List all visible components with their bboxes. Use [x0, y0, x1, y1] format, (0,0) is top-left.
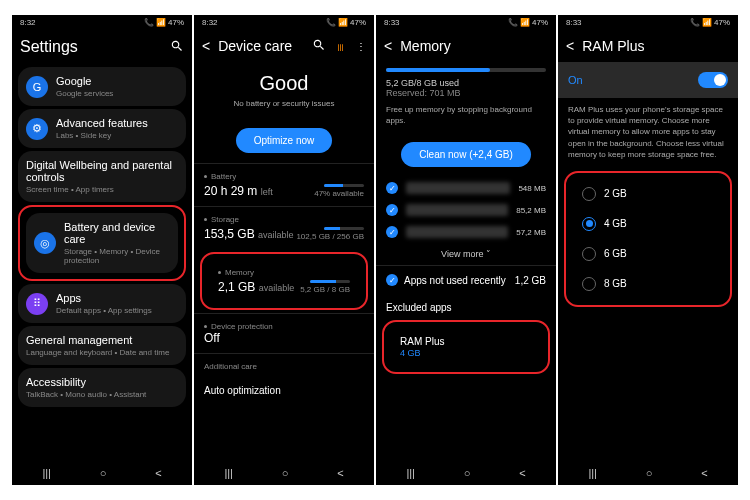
- nav-bar: ||| ○ <: [376, 461, 556, 485]
- radio-option-6gb[interactable]: 6 GB: [572, 239, 724, 269]
- device-care-icon: ◎: [34, 232, 56, 254]
- clock: 8:33: [566, 18, 582, 27]
- status-bar: 8:33 📞 📶 47%: [558, 15, 738, 30]
- item-sub: Default apps • App settings: [56, 306, 152, 315]
- memory-metric[interactable]: Memory 2,1 GB available 5,2 GB / 8 GB: [208, 260, 360, 302]
- status-bar: 8:33 📞 📶 47%: [376, 15, 556, 30]
- back-button[interactable]: <: [701, 467, 707, 479]
- back-icon[interactable]: <: [202, 38, 210, 54]
- checkbox-icon[interactable]: ✓: [386, 226, 398, 238]
- app-row[interactable]: ✓ 548 MB: [376, 177, 556, 199]
- radio-option-2gb[interactable]: 2 GB: [572, 179, 724, 209]
- search-icon[interactable]: [312, 38, 326, 54]
- item-title: Google: [56, 75, 113, 87]
- description: Free up memory by stopping background ap…: [376, 98, 556, 132]
- device-care-panel: 8:32 📞 📶 47% < Device care ⫼ ⋮ Good No b…: [194, 15, 374, 485]
- chart-icon[interactable]: ⫼: [336, 41, 346, 52]
- checkbox-icon[interactable]: ✓: [386, 274, 398, 286]
- auto-optimization[interactable]: Auto optimization: [194, 379, 374, 402]
- option-label: 4 GB: [604, 218, 627, 229]
- recents-button[interactable]: |||: [42, 467, 51, 479]
- page-title: Settings: [20, 38, 162, 56]
- recents-button[interactable]: |||: [588, 467, 597, 479]
- radio-icon[interactable]: [582, 247, 596, 261]
- more-icon[interactable]: ⋮: [356, 41, 366, 52]
- search-icon[interactable]: [170, 39, 184, 55]
- apps-not-used[interactable]: ✓Apps not used recently 1,2 GB: [376, 265, 556, 294]
- page-title: Memory: [400, 38, 548, 54]
- item-title: Apps: [56, 292, 152, 304]
- description: RAM Plus uses your phone's storage space…: [558, 104, 738, 168]
- radio-icon[interactable]: [582, 277, 596, 291]
- home-button[interactable]: ○: [282, 467, 289, 479]
- memory-panel: 8:33 📞 📶 47% < Memory 5,2 GB/8 GB used R…: [376, 15, 556, 485]
- app-row[interactable]: ✓ 57,2 MB: [376, 221, 556, 243]
- toggle-row[interactable]: On: [558, 62, 738, 98]
- metric-label: Battery: [211, 172, 236, 181]
- label: RAM Plus: [400, 336, 532, 347]
- highlight-box: Memory 2,1 GB available 5,2 GB / 8 GB: [200, 252, 368, 310]
- clock: 8:33: [384, 18, 400, 27]
- settings-item-advanced[interactable]: ⚙ Advanced features Labs • Side key: [18, 109, 186, 148]
- app-name-blurred: [406, 182, 510, 194]
- toggle-label: On: [568, 74, 583, 86]
- clean-button[interactable]: Clean now (+2,4 GB): [401, 142, 531, 167]
- page-title: Device care: [218, 38, 304, 54]
- usage-text: 5,2 GB/8 GB used: [376, 78, 556, 88]
- ram-plus-item[interactable]: RAM Plus 4 GB: [390, 328, 542, 366]
- settings-item-accessibility[interactable]: Accessibility TalkBack • Mono audio • As…: [18, 368, 186, 407]
- advanced-icon: ⚙: [26, 118, 48, 140]
- checkbox-icon[interactable]: ✓: [386, 182, 398, 194]
- back-button[interactable]: <: [519, 467, 525, 479]
- settings-item-apps[interactable]: ⠿ Apps Default apps • App settings: [18, 284, 186, 323]
- nav-bar: ||| ○ <: [558, 461, 738, 485]
- status-title: Good: [194, 72, 374, 95]
- radio-option-8gb[interactable]: 8 GB: [572, 269, 724, 299]
- metric-label: Storage: [211, 215, 239, 224]
- status-icons: 📞 📶 47%: [690, 18, 730, 27]
- recents-button[interactable]: |||: [224, 467, 233, 479]
- settings-item-battery-care[interactable]: ◎ Battery and device care Storage • Memo…: [26, 213, 178, 273]
- item-sub: Language and keyboard • Date and time: [26, 348, 178, 357]
- highlight-box: 2 GB 4 GB 6 GB 8 GB: [564, 171, 732, 307]
- settings-item-general[interactable]: General management Language and keyboard…: [18, 326, 186, 365]
- back-button[interactable]: <: [155, 467, 161, 479]
- item-sub: Labs • Side key: [56, 131, 148, 140]
- settings-item-wellbeing[interactable]: Digital Wellbeing and parental controls …: [18, 151, 186, 202]
- optimize-button[interactable]: Optimize now: [236, 128, 333, 153]
- metric-value: Off: [204, 331, 364, 345]
- page-title: RAM Plus: [582, 38, 730, 54]
- checkbox-icon[interactable]: ✓: [386, 204, 398, 216]
- back-button[interactable]: <: [337, 467, 343, 479]
- status-bar: 8:32 📞 📶 47%: [194, 15, 374, 30]
- app-size: 57,2 MB: [516, 228, 546, 237]
- protection-metric[interactable]: Device protection Off: [194, 313, 374, 353]
- back-icon[interactable]: <: [384, 38, 392, 54]
- home-button[interactable]: ○: [100, 467, 107, 479]
- settings-item-google[interactable]: G Google Google services: [18, 67, 186, 106]
- recents-button[interactable]: |||: [406, 467, 415, 479]
- section-label: Additional care: [204, 362, 364, 371]
- home-button[interactable]: ○: [464, 467, 471, 479]
- value: 4 GB: [400, 348, 532, 358]
- clock: 8:32: [20, 18, 36, 27]
- radio-icon[interactable]: [582, 187, 596, 201]
- additional-care: Additional care: [194, 353, 374, 379]
- option-label: 8 GB: [604, 278, 627, 289]
- view-more[interactable]: View more ˅: [376, 243, 556, 265]
- value: 1,2 GB: [515, 275, 546, 286]
- battery-metric[interactable]: Battery 20 h 29 m left 47% available: [194, 163, 374, 206]
- back-icon[interactable]: <: [566, 38, 574, 54]
- memory-bar: [386, 68, 546, 72]
- item-title: General management: [26, 334, 178, 346]
- home-button[interactable]: ○: [646, 467, 653, 479]
- radio-icon[interactable]: [582, 217, 596, 231]
- item-sub: Screen time • App timers: [26, 185, 178, 194]
- storage-metric[interactable]: Storage 153,5 GB available 102,5 GB / 25…: [194, 206, 374, 249]
- radio-option-4gb[interactable]: 4 GB: [572, 209, 724, 239]
- toggle-switch[interactable]: [698, 72, 728, 88]
- app-row[interactable]: ✓ 85,2 MB: [376, 199, 556, 221]
- status-icons: 📞 📶 47%: [326, 18, 366, 27]
- status-icons: 📞 📶 47%: [144, 18, 184, 27]
- item-title: Battery and device care: [64, 221, 170, 245]
